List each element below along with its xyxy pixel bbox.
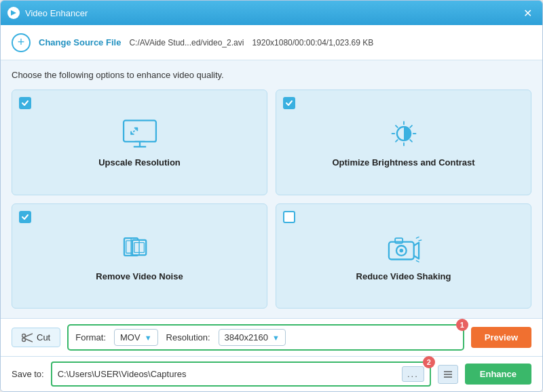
video-enhancer-window: Video Enhancer ✕ + Change Source File C:… — [0, 0, 543, 392]
svg-line-11 — [396, 125, 398, 128]
brightness-label: Optimize Brightness and Contrast — [332, 157, 474, 168]
option-reduce-shaking: Reduce Video Shaking — [276, 203, 531, 309]
noise-label: Remove Video Noise — [96, 271, 183, 281]
bottom-controls: Cut 1 Format: MOV ▼ Resolution: 3840x216… — [1, 318, 542, 356]
svg-line-12 — [410, 140, 412, 142]
source-bar: + Change Source File C:/AVAide Stud...ed… — [1, 25, 542, 60]
enhance-button[interactable]: Enhance — [465, 364, 531, 385]
svg-line-13 — [410, 125, 412, 128]
cut-label: Cut — [37, 332, 50, 342]
title-bar: Video Enhancer ✕ — [1, 1, 542, 25]
format-label: Format: — [75, 332, 106, 342]
file-metadata: 1920x1080/00:00:04/1,023.69 KB — [252, 38, 373, 47]
brightness-checkbox[interactable] — [283, 97, 295, 109]
file-path: C:/AVAide Stud...ed/video_2.avi — [129, 38, 244, 47]
cut-button[interactable]: Cut — [12, 328, 60, 347]
svg-line-5 — [131, 128, 137, 134]
noise-checkbox[interactable] — [19, 211, 31, 223]
monitor-icon — [119, 117, 160, 151]
resolution-dropdown[interactable]: 3840x2160 ▼ — [219, 329, 286, 346]
title-bar-left: Video Enhancer — [7, 7, 88, 19]
close-button[interactable]: ✕ — [519, 5, 536, 21]
save-path-box: 2 C:\Users\USER\Videos\Captures ... — [51, 361, 431, 387]
app-icon — [7, 7, 20, 19]
format-resolution-box: 1 Format: MOV ▼ Resolution: 3840x2160 ▼ — [67, 324, 464, 351]
svg-line-25 — [416, 237, 419, 238]
option-remove-noise: Remove Video Noise — [12, 203, 267, 309]
resolution-dropdown-arrow: ▼ — [272, 334, 280, 342]
save-path-text: C:\Users\USER\Videos\Captures — [58, 369, 187, 379]
save-to-label: Save to: — [12, 369, 44, 379]
instructions-text: Choose the following options to enhance … — [12, 70, 531, 80]
browse-button[interactable]: ... — [402, 366, 424, 382]
resolution-label: Resolution: — [166, 332, 210, 342]
upscale-checkbox[interactable] — [19, 97, 31, 109]
format-value: MOV — [120, 332, 141, 342]
option-brightness-contrast: Optimize Brightness and Contrast — [276, 90, 531, 195]
change-source-button[interactable]: Change Source File — [39, 37, 121, 47]
format-dropdown[interactable]: MOV ▼ — [114, 329, 158, 346]
brightness-icon — [383, 117, 424, 151]
svg-rect-1 — [124, 121, 156, 142]
shaking-label: Reduce Video Shaking — [356, 271, 451, 281]
plus-icon: + — [18, 35, 25, 50]
svg-line-14 — [396, 140, 398, 142]
shaking-checkbox[interactable] — [283, 211, 295, 223]
preview-button[interactable]: Preview — [471, 327, 531, 348]
add-source-button[interactable]: + — [12, 33, 31, 52]
options-grid: Upscale Resolution — [12, 90, 531, 309]
camera-icon — [383, 231, 424, 264]
svg-marker-0 — [11, 10, 16, 16]
option-upscale-resolution: Upscale Resolution — [12, 90, 267, 195]
svg-line-31 — [25, 338, 33, 342]
film-icon — [119, 231, 160, 264]
resolution-value: 3840x2160 — [225, 332, 268, 342]
upscale-label: Upscale Resolution — [98, 157, 181, 168]
svg-line-26 — [419, 240, 422, 241]
list-icon — [443, 370, 453, 379]
svg-line-27 — [416, 260, 419, 262]
format-badge: 1 — [456, 319, 468, 331]
list-icon-button[interactable] — [438, 365, 458, 384]
scissors-icon — [22, 333, 33, 342]
svg-point-23 — [399, 249, 403, 253]
svg-line-30 — [25, 334, 33, 337]
window-title: Video Enhancer — [25, 8, 88, 18]
save-badge: 2 — [423, 356, 435, 368]
content-area: Choose the following options to enhance … — [1, 60, 542, 318]
save-bar: Save to: 2 C:\Users\USER\Videos\Captures… — [1, 356, 542, 391]
format-dropdown-arrow: ▼ — [145, 334, 152, 342]
